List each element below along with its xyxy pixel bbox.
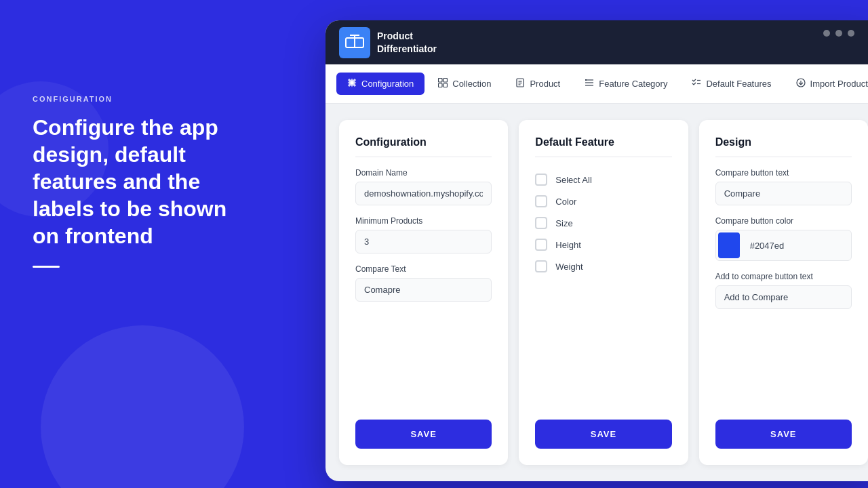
logo-text: Product Differentiator — [377, 30, 437, 54]
window-dot-3 — [848, 30, 854, 37]
feature-category-icon — [585, 78, 594, 89]
section-heading: Configure the app design, default featur… — [33, 114, 243, 249]
svg-rect-5 — [439, 79, 443, 83]
min-products-label: Minimum Products — [355, 216, 492, 226]
size-label: Size — [555, 218, 572, 228]
checkbox-height[interactable] — [535, 239, 547, 251]
select-all-label: Select All — [555, 175, 591, 185]
min-products-input[interactable] — [355, 230, 492, 253]
add-compare-group: Add to comapre button text — [715, 272, 852, 309]
checkbox-size[interactable] — [535, 217, 547, 229]
tab-configuration-label: Configuration — [361, 79, 414, 89]
color-swatch[interactable] — [718, 232, 740, 258]
feature-item-size: Size — [535, 217, 671, 229]
import-products-icon — [796, 78, 806, 89]
height-label: Height — [555, 240, 581, 250]
feature-save-button[interactable]: SAVE — [535, 420, 671, 449]
feature-list: Select All Color Size Height Weight — [535, 174, 671, 420]
app-window: Product Differentiator Configuration — [326, 20, 868, 481]
config-card-title: Configuration — [355, 136, 492, 157]
app-header: Product Differentiator — [326, 20, 868, 64]
bg-decoration-circle1 — [41, 325, 244, 488]
color-input-wrapper — [715, 230, 852, 261]
checkbox-select-all[interactable] — [535, 174, 547, 186]
collection-icon — [438, 78, 448, 89]
add-compare-input[interactable] — [715, 285, 852, 309]
main-content: Configuration Domain Name Minimum Produc… — [326, 104, 868, 481]
config-save-button[interactable]: SAVE — [355, 420, 492, 449]
configuration-icon — [347, 78, 357, 89]
compare-text-label: Compare Text — [355, 264, 492, 274]
checkbox-color[interactable] — [535, 195, 547, 207]
configuration-card: Configuration Domain Name Minimum Produc… — [339, 120, 508, 465]
default-feature-card-title: Default Feature — [535, 136, 671, 157]
compare-btn-color-group: Compare button color — [715, 216, 852, 261]
compare-text-group: Compare Text — [355, 264, 492, 302]
tab-import-products[interactable]: Import Products — [785, 73, 868, 95]
design-card: Design Compare button text Compare butto… — [699, 120, 868, 465]
app-logo: Product Differentiator — [339, 27, 437, 58]
tab-default-features-label: Default Features — [706, 79, 771, 89]
section-label: CONFIGURATION — [33, 95, 243, 103]
heading-divider — [33, 266, 60, 268]
color-label: Color — [555, 197, 576, 207]
tab-feature-category[interactable]: Feature Category — [574, 73, 678, 95]
compare-btn-text-input[interactable] — [715, 182, 852, 205]
svg-rect-7 — [439, 83, 443, 87]
product-icon — [515, 78, 525, 89]
compare-text-input[interactable] — [355, 278, 492, 302]
feature-item-color: Color — [535, 195, 671, 207]
svg-rect-8 — [443, 83, 448, 87]
default-features-icon — [692, 78, 701, 89]
tab-product[interactable]: Product — [505, 73, 571, 95]
feature-item-weight: Weight — [535, 260, 671, 272]
design-card-title: Design — [715, 136, 852, 157]
add-compare-label: Add to comapre button text — [715, 272, 852, 281]
left-panel: CONFIGURATION Configure the app design, … — [33, 95, 243, 268]
svg-rect-6 — [443, 79, 448, 83]
tab-import-products-label: Import Products — [810, 79, 868, 89]
min-products-group: Minimum Products — [355, 216, 492, 253]
compare-btn-text-label: Compare button text — [715, 168, 852, 178]
domain-name-label: Domain Name — [355, 168, 492, 178]
design-save-button[interactable]: SAVE — [715, 420, 852, 449]
weight-label: Weight — [555, 262, 583, 272]
tab-collection-label: Collection — [452, 79, 491, 89]
default-feature-card: Default Feature Select All Color Size He… — [519, 120, 688, 465]
feature-item-height: Height — [535, 239, 671, 251]
window-dot-2 — [835, 30, 842, 37]
tab-configuration[interactable]: Configuration — [336, 73, 425, 95]
tab-feature-category-label: Feature Category — [599, 79, 667, 89]
tab-default-features[interactable]: Default Features — [681, 73, 782, 95]
logo-icon — [339, 27, 370, 58]
compare-btn-text-group: Compare button text — [715, 168, 852, 205]
color-hex-input[interactable] — [742, 235, 851, 257]
tab-collection[interactable]: Collection — [427, 73, 502, 95]
domain-name-input[interactable] — [355, 182, 492, 205]
checkbox-weight[interactable] — [535, 260, 547, 272]
window-dot-1 — [823, 30, 830, 37]
domain-name-group: Domain Name — [355, 168, 492, 205]
nav-tabs: Configuration Collection — [326, 64, 868, 104]
window-dots — [823, 30, 854, 37]
feature-item-select-all: Select All — [535, 174, 671, 186]
compare-btn-color-label: Compare button color — [715, 216, 852, 226]
tab-product-label: Product — [530, 79, 560, 89]
